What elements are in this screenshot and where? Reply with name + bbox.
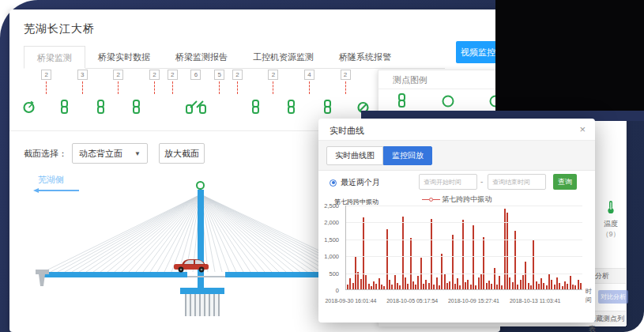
sensor-marker-dash[interactable]: 5 [213,70,226,117]
gridline [346,206,582,206]
temperature-count: （9） [593,229,628,240]
vibration-bar [494,268,495,289]
query-start-time-input[interactable] [419,174,477,190]
section-select-label: 截面选择： [24,148,67,160]
thermometer-icon [604,200,617,214]
sensor-marker-link[interactable] [285,70,298,117]
vibration-chart: 2,5002,0001,5001,00050002018-09-30 16:01… [345,206,582,290]
query-end-time-input[interactable] [488,174,546,190]
vibration-bar [473,225,474,289]
gridline [346,256,582,257]
sensor-marker-dash[interactable]: 3 [76,70,89,117]
bridge-side-label: 芜湖侧 [38,174,64,186]
vibration-bar [491,284,492,289]
link-icon [286,100,296,117]
vibration-bar [439,285,440,289]
tab-realtime-curve[interactable]: 实时曲线图 [326,146,383,165]
legend-series-label: 第七跨跨中振动 [442,195,491,203]
vibration-bar [391,285,393,289]
main-tab-1[interactable]: 桥梁实时数据 [85,46,163,69]
search-button[interactable]: 查询 [553,174,577,190]
dashed-line [219,81,220,94]
radio-label: 最近两个月 [341,177,380,188]
vibration-bar [570,276,571,289]
sensor-marker-ban[interactable] [357,70,370,117]
sensor-count-badge: 2 [268,70,278,80]
vibration-bar [412,281,414,289]
vibration-bar [459,285,461,289]
vibration-bar [556,277,558,289]
sensor-marker-link[interactable] [130,70,143,117]
temperature-label: 温度 [593,219,628,229]
vibration-bar [564,281,566,289]
gauge-icon [22,100,36,117]
dashed-line [309,81,310,94]
last-two-months-radio[interactable]: 最近两个月 [330,177,380,188]
tower-top-sensor-icon[interactable] [196,181,205,190]
vibration-bar [488,281,490,289]
link-icon [250,100,261,117]
vibration-bar [347,285,348,289]
vibration-bar [554,285,555,289]
vibration-bar [546,285,548,289]
sensor-marker-dash[interactable]: 2 [267,70,280,117]
vibration-bar [580,283,582,289]
bridge-tower [198,190,204,294]
sensor-marker-link[interactable] [321,70,333,117]
x-axis-tick: 2018-10-05 05:17:54 [386,298,438,304]
sensor-marker-dash[interactable]: 2 [40,70,53,117]
sensor-marker-link[interactable] [249,70,262,117]
sensor-marker-dash[interactable]: 2 [166,70,179,117]
main-tab-3[interactable]: 工控机资源监测 [240,46,326,69]
main-tab-4[interactable]: 桥隧系统报警 [326,46,404,69]
vibration-bar [449,281,450,289]
vibration-bar [436,277,438,289]
sensor-marker-dash[interactable]: 2 [148,70,160,117]
vibration-bar [536,281,537,289]
tab-playback[interactable]: 监控回放 [383,146,432,165]
vibration-bar [373,281,375,289]
sensor-marker-link2[interactable]: 6 [184,70,208,117]
sensor-count-badge: 2 [168,70,178,80]
vibration-bar [574,285,576,289]
vibration-bar [470,285,472,289]
vibration-bar [559,283,560,289]
vibration-bar [572,285,574,289]
vibration-bar [533,240,534,289]
close-icon[interactable]: × [579,123,586,135]
main-tab-0[interactable]: 桥梁监测 [24,46,85,69]
dashed-line [118,81,119,94]
bridge-deck-joint [187,276,225,277]
sensor-count-badge: 2 [113,70,123,80]
vibration-bar [509,277,510,289]
dialog-title: 实时曲线 [330,125,364,137]
vibration-bar [415,285,416,289]
vibration-bar [525,262,526,289]
y-axis-tick: 0 [336,287,339,294]
section-select-value: 动态背立面 [79,148,122,160]
main-tab-2[interactable]: 桥梁监测报告 [163,46,240,69]
sensor-marker-link[interactable] [94,70,107,117]
vibration-bar [433,285,435,289]
zoom-section-button[interactable]: 放大截面 [159,143,205,164]
dashed-line [82,81,83,94]
sensor-marker-dash[interactable]: 2 [112,70,125,117]
sensor-marker-gauge[interactable] [22,70,35,117]
gridline [346,240,582,240]
video-monitor-button[interactable]: 视频监控 [456,41,500,63]
legend-item-temperature[interactable]: 温度 （9） [593,200,628,240]
dashed-line [237,81,238,94]
sensor-marker-dash[interactable]: 2 [231,70,243,117]
sensor-marker-dash[interactable]: 4 [303,70,315,117]
vibration-bar [417,276,419,289]
sensor-marker-link[interactable] [58,70,71,117]
query-row: 最近两个月 - 查询 [318,174,595,193]
sensor-marker-dash[interactable]: 2 [339,70,352,117]
bridge-piles [185,294,220,316]
sensor-count-badge: 6 [190,70,201,80]
section-select[interactable]: 动态背立面 ▼ [72,143,148,164]
link-icon [59,100,70,117]
link-icon [131,100,141,117]
y-axis-tick: 2,500 [324,202,339,209]
compare-analysis-button[interactable]: 对比分析 [598,290,628,304]
